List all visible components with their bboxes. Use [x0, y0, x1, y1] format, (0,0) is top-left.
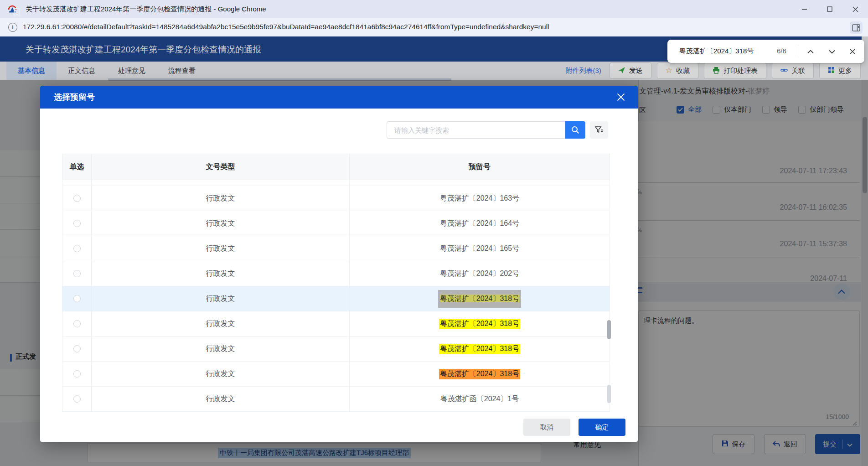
opinion-textarea[interactable]	[638, 310, 860, 427]
table-row[interactable]: 行政发文粤茂湛扩〔2024〕164号	[62, 211, 610, 236]
opinion-text: 理卡流程的问题。	[644, 316, 698, 325]
list-divider	[638, 220, 860, 221]
clipped-text-fragment: %	[637, 228, 642, 233]
find-previous-icon[interactable]	[804, 45, 817, 58]
printer-icon	[713, 67, 720, 75]
table-row[interactable]: 行政发文粤茂湛扩〔2024〕202号	[62, 261, 610, 286]
action-toolbar: 附件列表(3) 发送 ☆ 收藏 打印处理表	[565, 62, 861, 79]
filter-item[interactable]: 仅部门领导	[798, 105, 844, 114]
radio-button[interactable]	[73, 195, 81, 202]
relate-button[interactable]: 关联	[772, 62, 814, 79]
tab-body-info[interactable]: 正文信息	[57, 62, 107, 80]
more-button[interactable]: 更多	[819, 62, 861, 79]
page-scrollbar-thumb[interactable]	[863, 117, 867, 193]
minimize-button[interactable]	[791, 0, 817, 18]
table-row[interactable]: 行政发文粤茂湛扩〔2024〕318号	[62, 311, 610, 337]
dialog-header: 选择预留号	[40, 86, 638, 109]
reserved-number-cell: 粤茂湛扩函〔2024〕1号	[350, 387, 610, 411]
link-icon	[780, 67, 788, 75]
collapse-button[interactable]	[833, 284, 850, 300]
dialog-title: 选择预留号	[54, 86, 95, 109]
partial-scrolled-row	[62, 180, 610, 186]
maximize-button[interactable]	[817, 0, 842, 18]
clipped-link-fragment	[637, 287, 642, 289]
table-header: 单选 文号类型 预留号	[62, 154, 610, 180]
content-top-strip	[108, 78, 451, 81]
print-sheet-button[interactable]: 打印处理表	[704, 62, 766, 79]
search-input[interactable]	[393, 126, 541, 135]
table-row[interactable]: 行政发文粤茂湛扩〔2024〕318号	[62, 337, 610, 362]
doc-type-cell: 行政发文	[92, 211, 350, 236]
chevron-down-icon[interactable]	[847, 440, 852, 448]
save-button[interactable]: 保存	[713, 434, 754, 454]
doc-type-cell: 行政发文	[92, 261, 350, 286]
radio-button[interactable]	[73, 295, 81, 302]
filter-item[interactable]: 仅本部门	[713, 105, 751, 114]
table-row[interactable]: 行政发文粤茂湛扩〔2024〕318号	[62, 362, 610, 387]
send-button[interactable]: 发送	[610, 62, 651, 79]
checkbox-icon[interactable]	[762, 106, 770, 114]
bookmark-icon	[14, 8, 20, 19]
star-icon: ☆	[666, 67, 672, 74]
radio-button[interactable]	[73, 320, 81, 327]
select-reserved-number-dialog: 选择预留号 单选 文号类型 预留号	[40, 86, 638, 442]
attachment-list-link[interactable]: 附件列表(3)	[565, 67, 601, 75]
browser-window: 关于转发茂湛改扩建工程2024年第一季度分包检查情况的通报 - Google C…	[0, 0, 868, 466]
doc-type-cell: 行政发文	[92, 387, 350, 411]
radio-button[interactable]	[73, 245, 81, 252]
find-close-icon[interactable]	[846, 45, 859, 58]
table-scrollbar-thumb-secondary[interactable]	[607, 385, 611, 403]
clipped-text-fragment: 区	[639, 106, 646, 115]
checkbox-icon[interactable]	[713, 106, 720, 114]
confirm-button[interactable]: 确定	[579, 419, 625, 436]
favorite-button[interactable]: ☆ 收藏	[657, 62, 698, 79]
filter-button[interactable]	[590, 121, 608, 139]
window-titlebar: 关于转发茂湛改扩建工程2024年第一季度分包检查情况的通报 - Google C…	[0, 0, 868, 18]
tab-basic-info[interactable]: 基本信息	[6, 62, 57, 80]
reserved-number-cell: 粤茂湛扩〔2024〕318号	[350, 337, 610, 361]
page-info-icon[interactable]: i	[8, 23, 17, 32]
page-scrollbar[interactable]	[862, 36, 868, 466]
doc-type-cell: 行政发文	[92, 236, 350, 261]
find-query-text[interactable]: 粤茂湛扩〔2024〕318号	[679, 47, 754, 56]
close-icon[interactable]	[616, 92, 626, 102]
window-controls	[791, 0, 868, 18]
find-match-count: 6/6	[777, 47, 786, 55]
workflow-title: 文管理-v4.1-发文员审核排版校对-张梦婷	[639, 87, 860, 96]
table-row[interactable]: 行政发文粤茂湛扩函〔2024〕1号	[62, 387, 610, 412]
reserved-number-cell: 粤茂湛扩〔2024〕318号	[350, 286, 610, 311]
close-window-button[interactable]	[842, 0, 868, 18]
side-panel-icon[interactable]	[850, 21, 863, 34]
opinion-timestamp: 2024-07-11 15:37:38	[780, 240, 847, 248]
find-next-icon[interactable]	[826, 45, 838, 58]
clipped-link-fragment	[637, 292, 642, 293]
column-header-reserved-number: 预留号	[350, 154, 610, 180]
filter-item[interactable]: 全部	[677, 105, 702, 114]
recipient-filters: 全部 仅本部门 领导 仅部门领导	[677, 105, 844, 114]
submit-button[interactable]: 提交	[815, 434, 860, 454]
radio-button[interactable]	[73, 345, 81, 352]
url-text[interactable]: 172.29.6.61:20080/#/detailDefault?taskId…	[23, 23, 549, 31]
radio-button[interactable]	[73, 270, 81, 277]
address-bar[interactable]: i 172.29.6.61:20080/#/detailDefault?task…	[0, 18, 868, 37]
reserved-number-cell: 粤茂湛扩〔2024〕318号	[350, 362, 610, 386]
filter-item[interactable]: 领导	[762, 105, 787, 114]
checkbox-icon[interactable]	[798, 106, 806, 114]
table-row[interactable]: 行政发文粤茂湛扩〔2024〕318号	[62, 286, 610, 311]
table-row[interactable]: 行政发文粤茂湛扩〔2024〕163号	[62, 186, 610, 211]
keyword-search-field[interactable]	[387, 121, 565, 139]
return-button[interactable]: 退回	[764, 434, 806, 454]
radio-button[interactable]	[73, 395, 81, 403]
tab-process-view[interactable]: 流程查看	[157, 62, 207, 80]
table-scrollbar-thumb[interactable]	[607, 320, 611, 339]
table-row[interactable]: 行政发文粤茂湛扩〔2024〕165号	[62, 236, 610, 261]
reserved-number-table: 单选 文号类型 预留号 行政发文粤茂湛扩〔2024〕163号行政发文粤茂湛扩〔2…	[62, 154, 610, 412]
reserved-number-cell: 粤茂湛扩〔2024〕164号	[350, 211, 610, 236]
resize-handle-icon[interactable]	[851, 419, 857, 428]
radio-button[interactable]	[73, 370, 81, 378]
checkbox-icon[interactable]	[677, 106, 684, 114]
tab-handling-opinions[interactable]: 处理意见	[107, 62, 157, 80]
search-button[interactable]	[565, 121, 585, 139]
cancel-button[interactable]: 取消	[523, 419, 570, 436]
radio-button[interactable]	[73, 220, 81, 227]
